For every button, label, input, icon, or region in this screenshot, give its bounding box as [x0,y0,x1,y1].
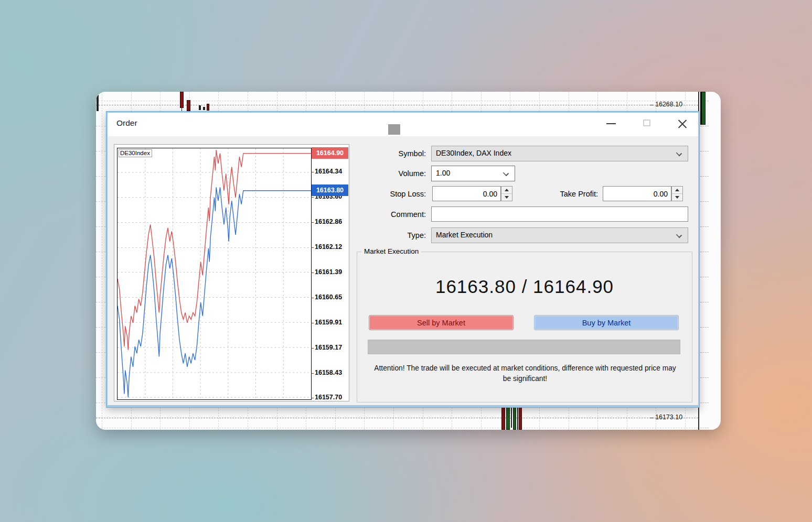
gridline [700,201,709,202]
take-profit-label: Take Profit: [535,190,598,198]
drag-handle-artifact [388,124,400,135]
volume-label: Volume: [363,169,426,178]
price-scale-tick: 16158.43 [315,369,348,376]
gridline [700,126,709,126]
maximize-icon [643,119,650,126]
minimize-button[interactable] [599,113,624,135]
bid-ask-quote: 16163.80 / 16164.90 [357,276,692,297]
symbol-label: Symbol: [363,149,426,158]
close-button[interactable] [670,113,695,135]
gridline [700,403,709,403]
gridline [700,428,709,428]
stop-loss-label: Stop Loss: [363,190,426,198]
gridline [700,151,709,151]
candlestick [519,405,522,430]
bid-line [117,187,311,397]
arrow-down-icon [675,196,679,199]
tick-chart: DE30Index [117,148,312,400]
candlestick [180,92,184,108]
price-scale-tick: 16159.17 [315,344,348,351]
chart-symbol-label: DE30Index [119,149,152,157]
arrow-up-icon [505,189,509,191]
gridline [700,327,709,328]
sell-by-market-button[interactable]: Sell by Market [369,315,514,330]
candlestick [97,95,99,111]
gridline [700,226,709,227]
candlestick [700,92,706,125]
price-scale-tick: 16157.70 [315,394,348,401]
gridline [700,277,709,277]
candlestick-wick [181,108,182,112]
candlestick [207,104,209,111]
price-scale-tick: 16162.86 [315,218,348,225]
maximize-button[interactable] [634,113,659,135]
chevron-down-icon [503,170,509,176]
symbol-dropdown[interactable]: DE30Index, DAX Index [431,146,688,161]
spinner-down-button[interactable] [501,194,512,201]
execution-progress-bar [368,340,680,354]
symbol-value: DE30Index, DAX Index [436,149,511,157]
stop-loss-spinner[interactable] [501,186,512,201]
price-scale-tick: 16159.91 [315,319,348,326]
tick-chart-panel: DE30Index 16164.3416163.6016162.8616162.… [114,144,349,401]
dialog-titlebar[interactable]: Order [108,113,698,136]
stop-loss-input[interactable] [432,186,501,201]
take-profit-spinner[interactable] [671,186,683,201]
candlestick [203,107,205,110]
gridline [700,352,709,353]
spinner-up-button[interactable] [501,187,512,194]
ask-price-badge: 16164.90 [312,147,348,159]
spinner-down-button[interactable] [672,194,682,201]
group-label: Market Execution [361,247,421,255]
bg-price-line-bottom [96,418,698,418]
candlestick [513,405,516,430]
arrow-up-icon [675,189,679,191]
bg-price-label-top: 16268.10 [655,101,697,108]
market-execution-group: Market Execution 16163.80 / 16164.90 Sel… [357,252,692,403]
gridline [102,92,102,430]
spinner-up-button[interactable] [672,187,682,194]
comment-input[interactable] [431,206,688,222]
arrow-down-icon [505,196,509,199]
candlestick [199,105,201,110]
price-scale-tick: 16160.65 [315,293,348,301]
volume-value: 1.00 [436,169,450,177]
buy-by-market-button[interactable]: Buy by Market [534,315,679,330]
chevron-down-icon [676,150,682,156]
gridline [700,377,709,378]
gridline [700,176,709,177]
gridline [700,302,709,302]
price-scale-tick: 16162.12 [315,243,348,251]
price-scale-tick: 16161.39 [315,268,348,276]
candlestick [187,100,190,111]
minimize-icon [606,123,616,124]
comment-label: Comment: [363,210,426,219]
bid-price-badge: 16163.80 [312,184,348,196]
type-label: Type: [363,231,426,240]
chevron-down-icon [676,232,682,238]
order-dialog: Order DE30Index 16164.3416163.6016162.86… [106,112,699,407]
price-scale-tick: 16164.34 [315,168,348,175]
bg-price-label-bottom: 16173.10 [655,414,697,421]
ask-line [117,150,311,350]
candlestick [506,407,510,430]
take-profit-input[interactable] [603,186,671,201]
tick-chart-svg [117,148,311,399]
type-dropdown[interactable]: Market Execution [431,227,688,243]
dialog-title: Order [116,118,137,128]
volume-combobox[interactable]: 1.00 [431,166,515,181]
gridline [700,252,709,252]
attention-text: Attention! The trade will be executed at… [370,363,680,384]
type-value: Market Execution [436,231,493,239]
gridline [96,428,698,428]
